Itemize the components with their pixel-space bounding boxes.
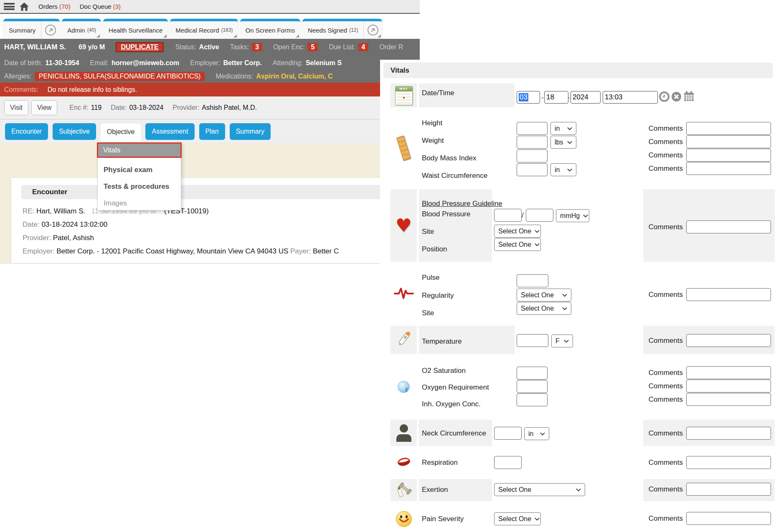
open-enc-badge[interactable]: 5: [307, 43, 318, 51]
temperature-comments-input[interactable]: [686, 334, 771, 347]
allergies-badge[interactable]: PENICILLINS, SULFA(SULFONAMIDE ANTIBIOTI…: [35, 72, 205, 81]
tasks-badge[interactable]: 3: [252, 43, 262, 51]
oxygen-requirement-input[interactable]: [517, 380, 548, 393]
ecg-pulse-icon: [394, 286, 414, 301]
tab-health-surveillance[interactable]: Health Surveillance: [103, 19, 168, 39]
calendar-picker-icon[interactable]: [683, 91, 695, 102]
neck-comments-input[interactable]: [686, 427, 771, 440]
open-in-new-button[interactable]: [363, 21, 382, 39]
inh-oxygen-comments-input[interactable]: [686, 393, 771, 406]
temperature-unit-select[interactable]: F: [551, 334, 573, 347]
patient-email: horner@mieweb.com: [112, 59, 179, 67]
bp-diastolic-input[interactable]: [526, 209, 553, 222]
inh-oxygen-label: Inh. Oxygen Conc.: [422, 400, 481, 408]
menu-item-physical-exam[interactable]: Physical exam: [104, 166, 152, 174]
o2-saturation-input[interactable]: [517, 367, 548, 380]
temperature-input[interactable]: [517, 334, 548, 347]
objective-menu: Vitals Physical exam Tests & procedures …: [97, 142, 181, 210]
respiration-comments-input[interactable]: [686, 456, 771, 469]
doc-queue-link[interactable]: Doc Queue (3): [80, 3, 121, 10]
tab-on-screen-forms[interactable]: On Screen Forms: [240, 19, 300, 39]
weight-input[interactable]: [517, 136, 548, 149]
clear-datetime-icon[interactable]: [671, 91, 682, 102]
nav-summary[interactable]: Summary: [230, 123, 271, 140]
bp-comments-input[interactable]: [686, 220, 771, 233]
waist-input[interactable]: [517, 163, 548, 176]
chevron-down-icon: [583, 214, 588, 218]
medications-list[interactable]: Aspirin Oral, Calcium, C: [256, 73, 332, 80]
date-month-input[interactable]: 03: [517, 91, 540, 104]
bp-position-select[interactable]: Select One: [494, 238, 541, 251]
o2-saturation-comments-input[interactable]: [686, 366, 771, 379]
encounter-card: Encounter RE: Hart, William S. 11-30-195…: [11, 177, 420, 263]
tab-label: Summary: [3, 27, 41, 34]
due-list-badge[interactable]: 4: [358, 43, 369, 51]
pulse-site-select[interactable]: Select One: [517, 302, 571, 315]
encounter-payer: Better C: [313, 247, 339, 255]
nav-encounter[interactable]: Encounter: [5, 123, 48, 140]
nav-plan[interactable]: Plan: [199, 123, 225, 140]
bp-systolic-input[interactable]: [494, 209, 522, 222]
weight-unit-select[interactable]: lbs: [550, 136, 576, 149]
tab-needs-signed[interactable]: Needs Signed(12): [302, 19, 382, 39]
inh-oxygen-input[interactable]: [517, 393, 548, 406]
height-unit-select[interactable]: in: [550, 122, 576, 135]
pain-comments-input[interactable]: [686, 512, 771, 525]
exertion-comments-input[interactable]: [686, 483, 771, 496]
height-input[interactable]: [517, 122, 548, 135]
respiration-input[interactable]: [494, 456, 522, 469]
pain-severity-select[interactable]: Select One: [494, 512, 541, 525]
tab-medical-record[interactable]: Medical Record(163): [170, 19, 238, 39]
view-button[interactable]: View: [31, 100, 57, 115]
neck-input[interactable]: [494, 427, 522, 440]
date-day-input[interactable]: [544, 91, 568, 104]
vitals-row-respiration: Respiration Comments: [380, 451, 775, 474]
bmi-input[interactable]: [517, 149, 548, 162]
vitals-row-blood-pressure: ♥ Blood Pressure Guideline Blood Pressur…: [380, 189, 775, 262]
menu-item-vitals[interactable]: Vitals: [97, 142, 182, 158]
arrow-up-right-icon: [45, 25, 56, 35]
waist-unit-select[interactable]: in: [550, 163, 576, 176]
open-in-new-button[interactable]: [41, 21, 60, 39]
oxygen-requirement-comments-input[interactable]: [686, 380, 771, 393]
chevron-down-icon: [540, 432, 545, 436]
bp-site-select[interactable]: Select One: [494, 225, 541, 238]
arrow-up-right-icon: [368, 25, 378, 35]
bp-guideline-link[interactable]: Blood Pressure Guideline: [422, 200, 502, 208]
patient-dob: 11-30-1954: [46, 59, 79, 67]
neck-unit-select[interactable]: in: [524, 427, 549, 440]
encounter-employer-line: Employer: Better Corp. - 12001 Pacific C…: [23, 247, 339, 256]
enc-number: 119: [91, 104, 102, 111]
encounter-content-area: Encounter RE: Hart, William S. 11-30-195…: [0, 143, 420, 264]
date-year-input[interactable]: [571, 91, 601, 104]
visit-button[interactable]: Visit: [4, 100, 28, 115]
pulse-comments-input[interactable]: [686, 288, 771, 301]
duplicate-badge[interactable]: DUPLICATE: [116, 42, 163, 52]
mouth-icon: [396, 456, 412, 470]
height-comments-input[interactable]: [686, 122, 771, 135]
nav-subjective[interactable]: Subjective: [53, 123, 96, 140]
regularity-select[interactable]: Select One: [517, 289, 571, 301]
encounter-provider: Patel, Ashish: [53, 234, 94, 242]
weight-comments-input[interactable]: [686, 135, 771, 148]
nav-assessment[interactable]: Assessment: [145, 123, 194, 140]
tab-summary[interactable]: Summary: [3, 19, 60, 39]
hamburger-menu-icon[interactable]: [4, 3, 15, 10]
re-name: Hart, William S.: [36, 207, 85, 215]
pulse-input[interactable]: [517, 274, 548, 287]
orders-link[interactable]: Orders (70): [38, 3, 71, 10]
menu-item-tests-procedures[interactable]: Tests & procedures: [104, 182, 169, 191]
exertion-select[interactable]: Select One: [494, 483, 585, 496]
nav-objective[interactable]: Objective: [101, 124, 141, 142]
bmi-comments-input[interactable]: [686, 149, 771, 162]
bmi-label: Body Mass Index: [422, 154, 476, 162]
clock-icon[interactable]: [659, 91, 669, 102]
vitals-row-temperature: Temperature F Comments: [380, 326, 775, 354]
time-input[interactable]: [603, 91, 658, 104]
waist-comments-input[interactable]: [686, 162, 771, 175]
home-icon[interactable]: [19, 2, 29, 11]
bp-unit-select[interactable]: mmHg: [556, 209, 589, 222]
pulse-label: Pulse: [422, 274, 440, 282]
tab-admin[interactable]: Admin(40): [62, 19, 101, 39]
menu-item-images[interactable]: Images: [104, 199, 127, 208]
